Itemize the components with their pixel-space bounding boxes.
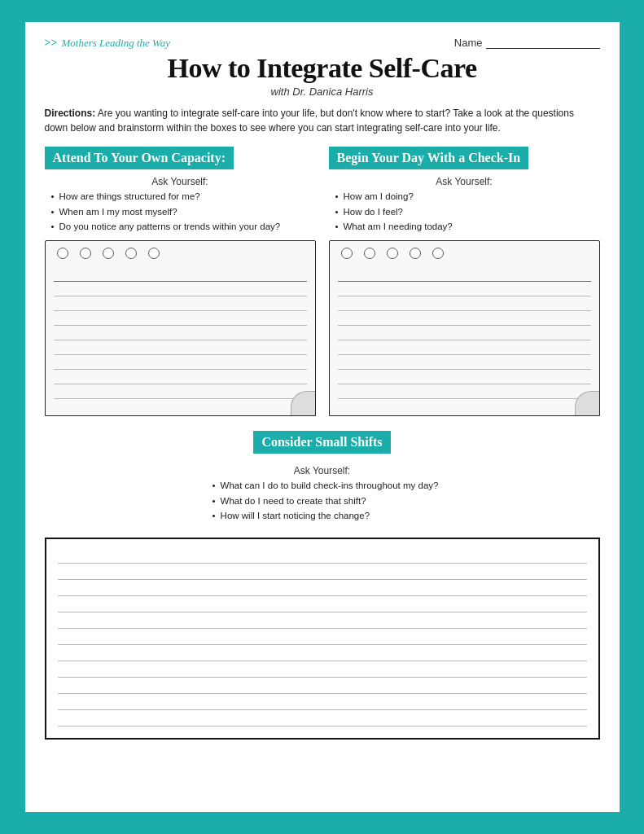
section1-ask: Ask Yourself:: [45, 176, 316, 187]
big-notebook-line: [58, 629, 587, 645]
big-notebook-line: [58, 661, 587, 678]
section2-ask: Ask Yourself:: [329, 176, 600, 187]
notebook-1: [45, 240, 316, 416]
notebook-line: [338, 326, 591, 340]
subtitle: with Dr. Danica Harris: [45, 86, 600, 98]
hole: [103, 248, 114, 259]
notebook-line: [54, 267, 307, 282]
directions-text: Are you wanting to integrate self-care i…: [45, 108, 574, 134]
notebook-line: [338, 311, 591, 326]
section2-bullets: How am I doing? How do I feel? What am I…: [329, 190, 600, 234]
name-label: Name: [454, 37, 483, 49]
hole: [387, 248, 398, 259]
notebook-2: [329, 240, 600, 416]
notebook-line: [338, 340, 591, 355]
notebook-line: [54, 311, 307, 326]
hole: [432, 248, 444, 259]
big-notebook-lines: [58, 547, 587, 726]
directions: Directions: Are you wanting to integrate…: [45, 106, 600, 135]
notebook-line: [338, 355, 591, 370]
big-notebook-line: [58, 694, 587, 710]
hole: [80, 248, 91, 259]
notebook-line: [338, 296, 591, 311]
name-field: Name: [454, 37, 600, 49]
main-title: How to Integrate Self-Care: [45, 53, 600, 84]
list-item: When am I my most myself?: [51, 205, 316, 219]
list-item: How will I start noticing the change?: [212, 509, 439, 523]
big-notebook: [45, 538, 600, 740]
list-item: How do I feel?: [335, 205, 600, 219]
notebook-lines-2: [338, 267, 591, 399]
section3-bullets-wrap: What can I do to build check-ins through…: [206, 479, 439, 529]
notebook-line: [54, 340, 307, 355]
big-notebook-line: [58, 645, 587, 661]
section2-header: Begin Your Day With a Check-In: [329, 147, 529, 169]
name-underline: [486, 37, 600, 49]
section1-header: Attend To Your Own Capacity:: [45, 147, 234, 169]
hole: [364, 248, 375, 259]
logo: >> Mothers Leading the Way: [45, 37, 170, 50]
hole: [148, 248, 160, 259]
big-notebook-line: [58, 710, 587, 726]
notebook-line: [54, 326, 307, 340]
big-notebook-line: [58, 596, 587, 612]
section3-ask: Ask Yourself:: [45, 465, 600, 476]
hole: [410, 248, 421, 259]
section3-header: Consider Small Shifts: [253, 431, 390, 454]
bottom-section: Consider Small Shifts Ask Yourself: What…: [45, 431, 600, 740]
page: >> Mothers Leading the Way Name How to I…: [25, 22, 620, 812]
big-notebook-line: [58, 547, 587, 564]
list-item: How am I doing?: [335, 190, 600, 204]
big-notebook-line: [58, 612, 587, 629]
list-item: What can I do to build check-ins through…: [212, 479, 439, 493]
list-item: What am I needing today?: [335, 220, 600, 234]
notebook-line: [338, 370, 591, 384]
notebook-line: [338, 267, 591, 282]
section1-bullets: How are things structured for me? When a…: [45, 190, 316, 234]
notebook-line: [54, 384, 307, 399]
column-1: Attend To Your Own Capacity: Ask Yoursel…: [45, 147, 316, 416]
big-notebook-line: [58, 580, 587, 596]
notebook-holes-2: [338, 248, 591, 259]
big-notebook-line: [58, 678, 587, 694]
notebook-line: [54, 296, 307, 311]
hole: [341, 248, 353, 259]
directions-bold: Directions:: [45, 108, 96, 119]
list-item: What do I need to create that shift?: [212, 494, 439, 508]
list-item: How are things structured for me?: [51, 190, 316, 204]
section3-header-wrap: Consider Small Shifts: [45, 431, 600, 460]
header-row: >> Mothers Leading the Way Name: [45, 37, 600, 50]
notebook-lines-1: [54, 267, 307, 399]
hole: [57, 248, 68, 259]
notebook-line: [338, 282, 591, 296]
section3-bullets: What can I do to build check-ins through…: [206, 479, 439, 523]
hole: [125, 248, 137, 259]
notebook-line: [338, 384, 591, 399]
notebook-line: [54, 355, 307, 370]
notebook-line: [54, 282, 307, 296]
list-item: Do you notice any patterns or trends wit…: [51, 220, 316, 234]
two-column-layout: Attend To Your Own Capacity: Ask Yoursel…: [45, 147, 600, 416]
notebook-line: [54, 370, 307, 384]
logo-arrow-icon: >>: [45, 37, 58, 50]
big-notebook-line: [58, 564, 587, 580]
column-2: Begin Your Day With a Check-In Ask Yours…: [329, 147, 600, 416]
logo-text: Mothers Leading the Way: [61, 37, 169, 50]
notebook-holes-1: [54, 248, 307, 259]
